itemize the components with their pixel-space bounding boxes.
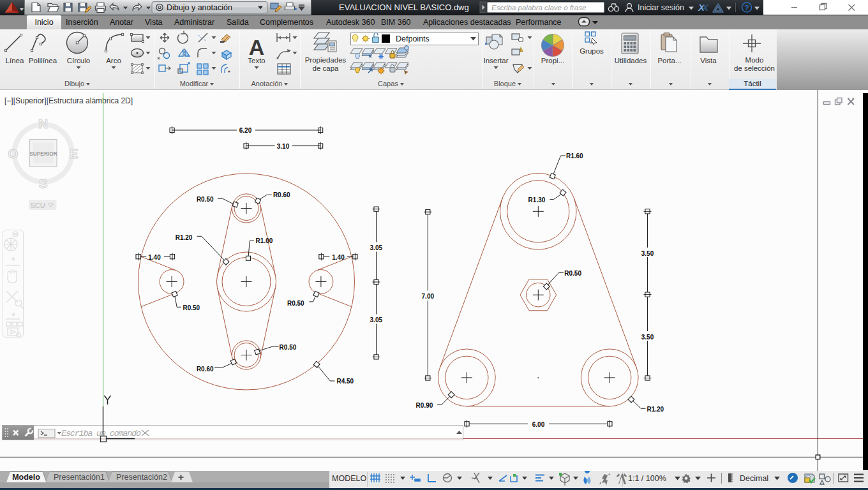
svg-text:R0.50: R0.50 xyxy=(280,344,297,351)
svg-text:R0.50: R0.50 xyxy=(564,270,581,277)
svg-text:3.05: 3.05 xyxy=(370,244,383,251)
svg-text:6.00: 6.00 xyxy=(532,421,545,428)
svg-text:R1.30: R1.30 xyxy=(528,197,546,204)
svg-text:1.40: 1.40 xyxy=(148,254,161,261)
svg-text:R1.00: R1.00 xyxy=(256,237,273,244)
svg-text:R1.60: R1.60 xyxy=(566,152,583,160)
svg-text:R4.50: R4.50 xyxy=(337,378,354,385)
svg-text:S: S xyxy=(38,176,47,191)
svg-text:R0.50: R0.50 xyxy=(287,300,304,307)
svg-text:Vista: Vista xyxy=(700,57,717,64)
svg-text:Decimal: Decimal xyxy=(740,474,768,483)
svg-text:Escriba palabra clave o frase: Escriba palabra clave o frase xyxy=(491,4,586,11)
svg-text:R0.60: R0.60 xyxy=(273,191,290,198)
svg-text:1.40: 1.40 xyxy=(332,254,345,261)
svg-text:Grupos: Grupos xyxy=(580,47,604,55)
svg-text:SCU: SCU xyxy=(30,202,45,209)
svg-text:3.50: 3.50 xyxy=(641,334,654,341)
svg-text:3.10: 3.10 xyxy=(277,143,290,150)
svg-text:?: ? xyxy=(745,4,749,11)
svg-text:Dibujo y anotación: Dibujo y anotación xyxy=(167,3,232,12)
svg-text:Presentación1: Presentación1 xyxy=(54,473,105,482)
svg-text:O: O xyxy=(8,146,18,161)
svg-text:R1.20: R1.20 xyxy=(176,234,193,241)
svg-text:Modelo: Modelo xyxy=(12,473,40,482)
svg-text:Presentación2: Presentación2 xyxy=(116,473,167,482)
svg-text:de selección: de selección xyxy=(734,64,775,72)
svg-text:3.50: 3.50 xyxy=(641,250,654,257)
svg-text:R0.50: R0.50 xyxy=(183,304,200,311)
svg-text:R0.50: R0.50 xyxy=(197,196,214,203)
svg-text:Polilínea: Polilínea xyxy=(29,57,57,64)
svg-text:X: X xyxy=(701,2,709,13)
svg-text:Línea: Línea xyxy=(6,57,24,64)
svg-text:MODELO: MODELO xyxy=(332,474,366,483)
svg-text:R1.20: R1.20 xyxy=(647,406,664,413)
svg-text:de capa: de capa xyxy=(313,64,340,72)
svg-text:Utilidades: Utilidades xyxy=(615,57,647,64)
svg-text:A: A xyxy=(249,35,265,59)
svg-text:E: E xyxy=(69,146,78,161)
svg-text:Arco: Arco xyxy=(106,57,121,64)
svg-text:7.00: 7.00 xyxy=(422,293,435,300)
svg-text:Texto: Texto xyxy=(248,57,266,64)
svg-text:Insertar: Insertar xyxy=(484,57,509,64)
svg-text:Círculo: Círculo xyxy=(67,57,90,64)
svg-text:Defpoints: Defpoints xyxy=(396,34,430,43)
svg-text:3.05: 3.05 xyxy=(370,316,383,323)
svg-text:Propiedades: Propiedades xyxy=(305,56,347,64)
svg-text:Propi...: Propi... xyxy=(541,57,564,64)
svg-text:R0.60: R0.60 xyxy=(197,366,214,373)
svg-text:SUPERIOR: SUPERIOR xyxy=(29,151,57,157)
svg-text:6.20: 6.20 xyxy=(239,127,252,134)
svg-text:Iniciar sesión: Iniciar sesión xyxy=(638,3,684,12)
svg-text:Modo: Modo xyxy=(745,56,764,64)
svg-text:1:1 / 100%: 1:1 / 100% xyxy=(628,474,666,483)
svg-text:R0.90: R0.90 xyxy=(416,402,433,409)
svg-text:Porta...: Porta... xyxy=(657,57,681,64)
svg-text:N: N xyxy=(38,116,48,131)
